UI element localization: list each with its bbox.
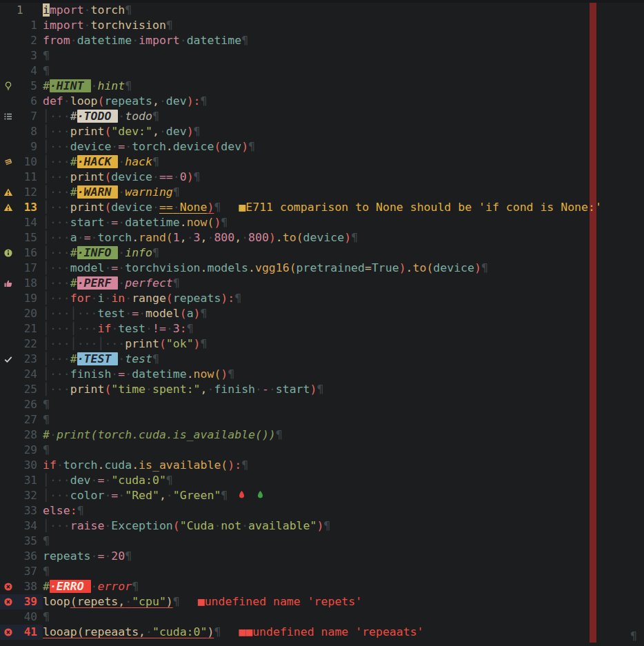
code-text: ¶ [43, 397, 50, 412]
code-line[interactable]: 2from·datetime·import·datetime¶ [0, 33, 602, 48]
code-line[interactable]: 36repeats·=·20¶ [0, 549, 602, 564]
token: · [111, 367, 118, 381]
gutter: 41 [0, 625, 43, 640]
token: │ [43, 367, 50, 381]
code-line[interactable]: 15│···a·=·torch.rand(1,·3,·800,·800).to(… [0, 230, 602, 245]
line-number: 18 [17, 276, 43, 291]
code-line[interactable]: 23│···#·TEST ·test¶ [0, 352, 602, 367]
token: # [70, 276, 77, 290]
token: . [97, 458, 104, 472]
token: "cpu" [132, 595, 166, 608]
token: ): [187, 94, 201, 108]
code-line[interactable]: 18│···#·PERF ·perfect¶ [0, 276, 602, 291]
code-line[interactable]: 16│···#·INFO ·info¶ [0, 245, 602, 261]
token: torchvision [125, 261, 200, 274]
token: ¶ [152, 110, 159, 123]
token: else [43, 504, 70, 517]
code-line[interactable]: 9│···device·=·torch.device(dev)¶ [0, 139, 602, 154]
gutter: 12 [0, 185, 43, 200]
token: ¶ [228, 367, 234, 381]
code-line[interactable]: 39loop(repets,·"cpu")¶■undefined name 'r… [0, 594, 602, 609]
token: · [91, 549, 98, 563]
code-line[interactable]: 21│···│···if·test·!=·3:¶ [0, 321, 602, 336]
code-line[interactable]: 32│···color·=·"Red",·"Green"¶ [0, 488, 602, 503]
code-line[interactable]: 7│···#·TODO ·todo¶ [0, 109, 602, 124]
code-line[interactable]: 26¶ [0, 397, 602, 412]
code-line[interactable]: 27¶ [0, 412, 602, 427]
code-line[interactable]: 30if·torch.cuda.is_available():¶ [0, 458, 602, 473]
editor-buffer[interactable]: 1import·torch¶1import·torchvision¶2from·… [0, 3, 602, 640]
gutter: 18 [0, 276, 43, 291]
token: ): [228, 458, 241, 472]
sign-column [0, 48, 17, 63]
code-line[interactable]: 28#·print(torch.cuda.is_available())¶ [0, 427, 602, 443]
token: print [70, 201, 105, 214]
token: error [97, 580, 132, 593]
code-line[interactable]: 22│···│···│···print("ok")¶ [0, 336, 602, 352]
code-text: #·HINT ·hint¶ [43, 79, 132, 94]
token: ¶ [43, 443, 50, 456]
code-line[interactable]: 29¶ [0, 443, 602, 458]
token: · [118, 216, 125, 229]
token: 0 [180, 170, 187, 183]
code-line[interactable]: 14│···start·=·datetime.now()¶ [0, 215, 602, 230]
code-line[interactable]: 5#·HINT ·hint¶ [0, 79, 602, 94]
token: ¶ [43, 565, 50, 578]
error-icon [0, 625, 17, 640]
code-line[interactable]: 38#·ERRO ·error¶ [0, 579, 602, 594]
sign-column [0, 230, 17, 245]
token: . [187, 367, 194, 381]
code-line[interactable]: 31│···dev·=·"cuda:0"¶ [0, 473, 602, 488]
token: : [70, 504, 77, 517]
line-number: 28 [17, 427, 43, 443]
code-line[interactable]: 1import·torchvision¶ [0, 18, 602, 33]
code-line[interactable]: 12│···#·WARN ·warning¶ [0, 185, 602, 200]
code-line[interactable]: 3¶ [0, 48, 602, 63]
token: = [111, 261, 118, 274]
token: looap(repeaats, [43, 625, 145, 638]
code-line[interactable]: 35¶ [0, 534, 602, 549]
token: ) [221, 367, 228, 381]
code-text: ¶ [43, 412, 50, 427]
code-line[interactable]: 10│···#·HACK ·hack¶ [0, 154, 602, 170]
token: print [70, 383, 105, 396]
code-line[interactable]: 13│···print(device·==·None)¶■E711 compar… [0, 200, 602, 215]
code-line[interactable]: 19│···for·i·in·range(repeats):¶ [0, 291, 602, 306]
sign-column [0, 139, 17, 154]
token: None [180, 201, 208, 214]
todo-tag: ·PERF [77, 276, 119, 290]
code-line[interactable]: 6def·loop(repeats,·dev):¶ [0, 94, 602, 109]
code-line[interactable]: 37¶ [0, 564, 602, 579]
token: ( [104, 125, 111, 138]
code-line[interactable]: 40¶ [0, 609, 602, 625]
code-line[interactable]: 41looap(repeaats,·"cuda:0")¶■■undefined … [0, 625, 602, 640]
code-line[interactable]: 24│···finish·=·datetime.now()¶ [0, 367, 602, 382]
token: ¶ [43, 534, 50, 547]
code-line[interactable]: 25│···print("time·spent:",·finish·-·star… [0, 382, 602, 397]
token: ··· [50, 352, 70, 365]
token: ¶ [125, 3, 132, 17]
token: · [125, 367, 132, 381]
token: ¶ [323, 519, 330, 532]
token: ¶ [166, 19, 173, 32]
code-text: │···device·=·torch.device(dev)¶ [43, 139, 255, 154]
code-line[interactable]: 20│···│···test·=·model(a)¶ [0, 306, 602, 321]
code-line[interactable]: 1import·torch¶ [0, 3, 602, 18]
token: True [372, 261, 399, 274]
code-line[interactable]: 4¶ [0, 63, 602, 79]
code-line[interactable]: 11│···print(device·==·0)¶ [0, 170, 602, 185]
code-line[interactable]: 34│···raise·Exception("Cuda·not·availabl… [0, 518, 602, 534]
line-number: 33 [17, 503, 43, 518]
token: ¶ [201, 307, 208, 320]
token: for [70, 292, 91, 305]
code-line[interactable]: 8│···print("dev:",·dev)¶ [0, 124, 602, 139]
sign-column [0, 367, 17, 382]
code-line[interactable]: 33else:¶ [0, 503, 602, 518]
gutter: 28 [0, 427, 43, 443]
code-line[interactable]: 17│···model·=·torchvision.models.vgg16(p… [0, 261, 602, 276]
token: ( [180, 307, 187, 320]
token: device [303, 231, 345, 244]
token: ··· [50, 292, 70, 305]
gutter: 8 [0, 124, 43, 139]
gutter: 31 [0, 473, 43, 488]
